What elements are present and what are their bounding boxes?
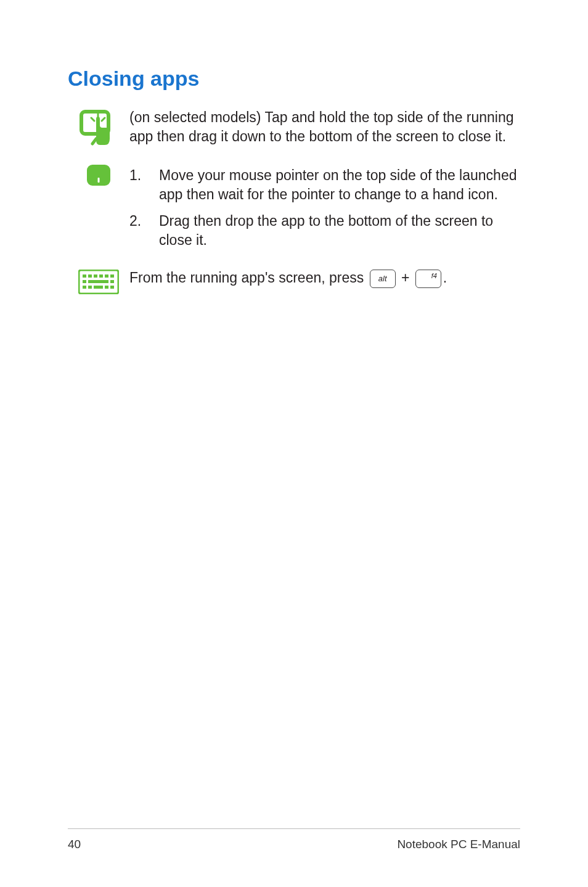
touch-instruction-row: (on selected models) Tap and hold the to… [68, 108, 520, 151]
svg-rect-11 [83, 280, 86, 283]
touch-instruction-text: (on selected models) Tap and hold the to… [129, 108, 520, 146]
svg-rect-8 [99, 274, 103, 278]
touch-screen-icon [78, 109, 120, 151]
svg-rect-9 [105, 274, 108, 278]
step-number: 1. [129, 166, 159, 204]
f4-key-icon: f4 [415, 270, 441, 288]
mouse-instruction-row: 1. Move your mouse pointer on the top si… [68, 162, 520, 257]
touch-icon [68, 108, 129, 151]
svg-rect-7 [94, 274, 97, 278]
keyboard-instruction-row: From the running app's screen, press alt… [68, 268, 520, 294]
step-2: 2. Drag then drop the app to the bottom … [129, 212, 520, 250]
touchpad-icon [68, 162, 129, 186]
svg-rect-14 [83, 286, 86, 289]
keyboard-icon [68, 268, 129, 294]
trackpad-icon [87, 165, 110, 186]
plus-text: + [398, 270, 414, 286]
svg-rect-17 [105, 286, 108, 289]
step-text: Move your mouse pointer on the top side … [159, 166, 520, 204]
keyboard-icon-svg [78, 270, 119, 294]
step-number: 2. [129, 212, 159, 250]
svg-rect-13 [110, 280, 114, 283]
svg-rect-16 [94, 286, 103, 289]
step-1: 1. Move your mouse pointer on the top si… [129, 166, 520, 204]
svg-rect-15 [88, 286, 92, 289]
section-heading: Closing apps [68, 67, 520, 91]
svg-rect-12 [88, 280, 108, 283]
page-number: 40 [68, 838, 81, 851]
mouse-instruction-text: 1. Move your mouse pointer on the top si… [129, 162, 520, 257]
kbd-prefix: From the running app's screen, press [129, 270, 368, 286]
footer-title: Notebook PC E-Manual [397, 838, 520, 851]
svg-line-1 [91, 118, 94, 121]
kbd-suffix: . [443, 270, 447, 286]
svg-rect-18 [110, 286, 114, 289]
alt-key-icon: alt [370, 270, 396, 288]
svg-rect-5 [83, 274, 86, 278]
step-text: Drag then drop the app to the bottom of … [159, 212, 520, 250]
svg-line-2 [102, 118, 105, 121]
keyboard-instruction-text: From the running app's screen, press alt… [129, 268, 520, 288]
svg-rect-10 [110, 274, 114, 278]
svg-rect-6 [88, 274, 92, 278]
page-footer: 40 Notebook PC E-Manual [68, 828, 520, 851]
